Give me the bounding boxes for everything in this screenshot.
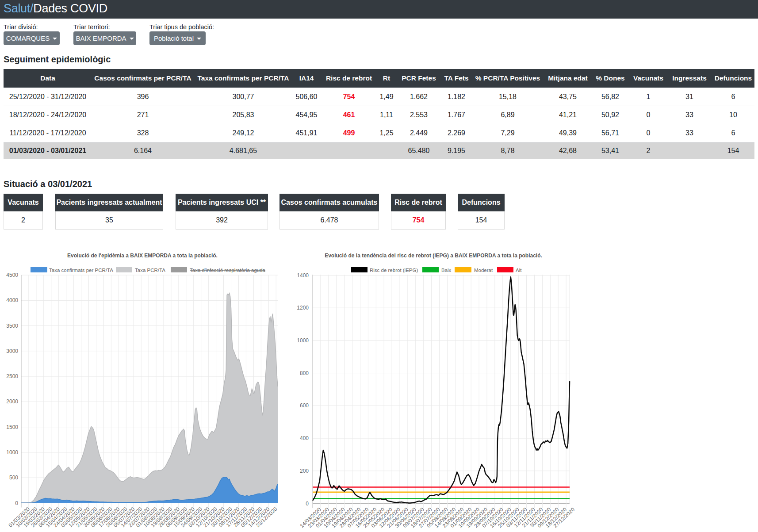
svg-text:1500: 1500 [6,424,18,430]
svg-text:500: 500 [9,475,18,481]
svg-text:200: 200 [300,468,309,474]
svg-text:Taxa PCR/TA: Taxa PCR/TA [135,268,165,273]
svg-text:2500: 2500 [6,373,18,379]
svg-text:4000: 4000 [6,297,18,303]
svg-text:Alt: Alt [516,268,522,273]
svg-text:Risc de rebrot (iEPG): Risc de rebrot (iEPG) [370,268,418,273]
svg-text:1000: 1000 [6,449,18,455]
svg-text:1200: 1200 [297,305,309,311]
svg-text:Taxa confirmats per PCR/TA: Taxa confirmats per PCR/TA [49,268,113,273]
svg-text:600: 600 [300,402,309,409]
svg-text:3500: 3500 [6,323,18,329]
svg-text:1400: 1400 [297,272,309,279]
svg-text:0: 0 [306,501,309,507]
svg-text:400: 400 [300,435,309,441]
svg-text:Moderat: Moderat [474,268,493,273]
svg-text:0: 0 [15,500,18,506]
svg-text:800: 800 [300,370,309,376]
svg-text:Taxa d'infecció respiratòria a: Taxa d'infecció respiratòria aguda [190,268,266,273]
svg-text:3000: 3000 [6,348,18,354]
svg-text:Evolució de la tendència del r: Evolució de la tendència del risc de reb… [325,253,542,259]
svg-text:2000: 2000 [6,398,18,405]
svg-text:4500: 4500 [6,272,18,278]
svg-text:1000: 1000 [297,337,309,344]
svg-text:Evolució de l'epidèmia a BAIX: Evolució de l'epidèmia a BAIX EMPORDA a … [67,253,218,259]
svg-text:Baix: Baix [441,268,452,273]
